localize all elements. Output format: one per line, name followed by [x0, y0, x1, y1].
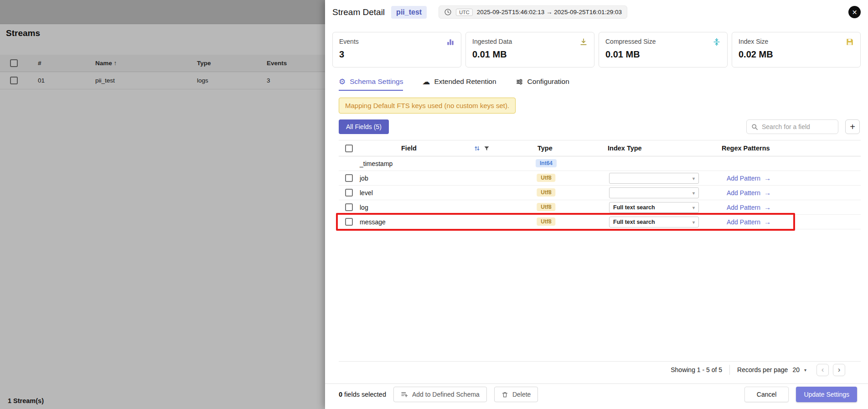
arrow-right-icon: → — [764, 174, 771, 182]
field-search-input[interactable] — [762, 123, 830, 130]
sort-fields-icon[interactable] — [474, 145, 480, 152]
field-row-job: job Utf8 ▾ Add Pattern → — [339, 171, 861, 186]
close-icon[interactable]: ✕ — [848, 6, 861, 18]
row-checkbox[interactable] — [345, 174, 353, 182]
cancel-button[interactable]: Cancel — [744, 387, 789, 402]
download-icon — [579, 37, 588, 47]
filter-fields-icon[interactable] — [483, 145, 490, 152]
fields-table-header: Field Type Index Type Regex Patterns — [339, 140, 861, 156]
field-search-box — [746, 119, 838, 134]
save-icon — [845, 37, 854, 47]
fts-notice: Mapping Default FTS keys used (no custom… — [339, 98, 516, 114]
arrow-right-icon: → — [764, 218, 771, 226]
panel-footer: 0 fields selected Add to Defined Schema … — [325, 383, 868, 405]
arrow-right-icon: → — [764, 189, 771, 197]
type-badge: Utf8 — [537, 203, 555, 211]
add-pattern-link[interactable]: Add Pattern → — [727, 218, 771, 226]
add-pattern-link[interactable]: Add Pattern → — [727, 174, 771, 182]
header-field: Field — [401, 145, 417, 152]
type-badge: Int64 — [536, 159, 557, 167]
add-to-defined-schema-button[interactable]: Add to Defined Schema — [393, 387, 487, 402]
field-name: log — [360, 204, 368, 211]
stats-row: Events 3 Ingested Data 0.01 MB Compresse… — [332, 32, 861, 67]
time-range-group: UTC 2025-09-25T15:46:02:13 → 2025-09-25T… — [439, 5, 627, 19]
add-pattern-label: Add Pattern — [727, 204, 760, 211]
header-regex-patterns: Regex Patterns — [722, 145, 770, 152]
header-field-icons — [474, 145, 490, 152]
selected-count-label: fields selected — [344, 391, 386, 398]
time-range-text: 2025-09-25T15:46:02:13 → 2025-09-25T16:0… — [477, 9, 622, 16]
gear-icon: ⚙ — [339, 78, 346, 86]
delete-button[interactable]: Delete — [494, 387, 538, 402]
pagination-bar: Showing 1 - 5 of 5 Records per page 20 ▾… — [339, 361, 861, 378]
app-screen: Streams # Name ↑ Type Events 01 pii_test… — [0, 0, 868, 409]
type-badge: Utf8 — [537, 174, 555, 182]
type-badge: Utf8 — [537, 217, 555, 226]
field-row-log: log Utf8 Full text search ▾ Add Pattern … — [339, 200, 861, 215]
fields-table: Field Type Index Type Regex Patterns _ti… — [339, 140, 861, 378]
field-row-message: message Utf8 Full text search ▾ Add Patt… — [339, 215, 861, 229]
all-fields-button[interactable]: All Fields (5) — [339, 119, 389, 134]
delete-label: Delete — [512, 391, 531, 398]
update-settings-button[interactable]: Update Settings — [796, 387, 857, 402]
index-type-select[interactable]: ▾ — [609, 187, 699, 198]
index-type-select[interactable]: ▾ — [609, 173, 699, 184]
add-to-defined-schema-label: Add to Defined Schema — [412, 391, 480, 398]
add-pattern-label: Add Pattern — [727, 218, 760, 226]
caret-down-icon: ▾ — [692, 205, 695, 210]
chevron-right-icon[interactable]: › — [833, 364, 845, 376]
streams-page: Streams # Name ↑ Type Events 01 pii_test… — [0, 0, 325, 409]
tab-label: Configuration — [527, 78, 569, 86]
caret-down-icon: ▾ — [692, 191, 695, 196]
field-name: level — [360, 189, 373, 197]
caret-down-icon: ▾ — [692, 220, 695, 225]
stat-value: 3 — [339, 49, 455, 60]
stream-detail-panel: Stream Detail pii_test UTC 2025-09-25T15… — [325, 0, 868, 409]
field-name: _timestamp — [360, 160, 393, 167]
pagination-buttons: ‹ › — [816, 364, 845, 376]
tab-configuration[interactable]: Configuration — [516, 78, 569, 91]
sliders-icon — [516, 78, 523, 86]
tab-schema-settings[interactable]: ⚙ Schema Settings — [339, 78, 403, 91]
timezone-badge: UTC — [456, 9, 473, 16]
stat-label: Events — [339, 38, 455, 45]
playlist-add-icon — [401, 391, 408, 398]
bar-chart-icon — [446, 37, 455, 47]
header-type: Type — [537, 145, 553, 152]
fields-controls: All Fields (5) + — [339, 119, 860, 134]
chevron-left-icon[interactable]: ‹ — [816, 364, 829, 376]
selected-fields-count: 0 fields selected — [339, 391, 386, 398]
stat-label: Index Size — [739, 38, 854, 45]
stream-name-chip: pii_test — [391, 6, 427, 19]
records-per-page-value: 20 — [792, 366, 800, 373]
tab-extended-retention[interactable]: ☁ Extended Retention — [422, 78, 496, 91]
field-row-timestamp: _timestamp Int64 — [339, 156, 861, 171]
index-type-select[interactable]: Full text search ▾ — [609, 202, 699, 213]
header-index-type: Index Type — [608, 145, 642, 152]
records-per-page-label: Records per page — [737, 366, 788, 373]
add-pattern-label: Add Pattern — [727, 175, 760, 182]
select-all-fields-checkbox[interactable] — [345, 145, 353, 152]
add-pattern-link[interactable]: Add Pattern → — [727, 189, 771, 197]
tab-bar: ⚙ Schema Settings ☁ Extended Retention C… — [339, 78, 868, 91]
stat-value: 0.01 MB — [605, 49, 721, 60]
stat-card-events: Events 3 — [332, 32, 461, 67]
stat-card-ingested: Ingested Data 0.01 MB — [465, 32, 594, 67]
panel-header: Stream Detail pii_test UTC 2025-09-25T15… — [325, 0, 868, 24]
pagination-showing: Showing 1 - 5 of 5 — [671, 366, 722, 373]
row-checkbox[interactable] — [345, 203, 353, 211]
add-pattern-link[interactable]: Add Pattern → — [727, 203, 771, 211]
add-field-button[interactable]: + — [845, 119, 860, 134]
panel-title: Stream Detail — [332, 7, 385, 17]
clock-icon — [444, 8, 452, 16]
tab-label: Extended Retention — [434, 78, 496, 86]
cloud-icon: ☁ — [422, 78, 430, 86]
row-checkbox[interactable] — [345, 218, 353, 226]
stat-value: 0.01 MB — [472, 49, 588, 60]
modal-backdrop[interactable] — [0, 0, 325, 409]
compress-icon — [712, 37, 721, 47]
row-checkbox[interactable] — [345, 189, 353, 197]
trash-icon — [501, 391, 508, 398]
index-type-select[interactable]: Full text search ▾ — [609, 217, 699, 228]
records-per-page[interactable]: Records per page 20 ▾ — [737, 366, 806, 373]
